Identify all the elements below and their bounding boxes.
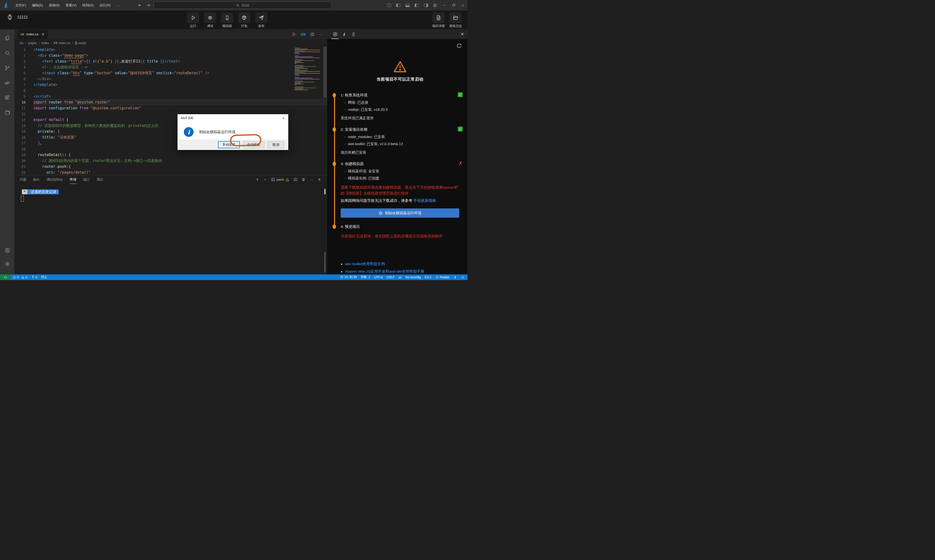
notifications-bell-icon[interactable]: [459, 274, 468, 280]
code-line-11[interactable]: import configuration from "@system.confi…: [33, 105, 327, 111]
banner-action-打包[interactable]: 打包: [238, 12, 250, 28]
status-CRLF[interactable]: CRLF: [385, 274, 397, 280]
new-terminal-icon[interactable]: [255, 177, 260, 182]
panel-tab-调试控制台[interactable]: 调试控制台: [46, 175, 63, 184]
code-line-7[interactable]: </template>: [33, 82, 327, 88]
nav-back-icon[interactable]: [138, 3, 142, 8]
status-5-5-2[interactable]: 5.5.2: [423, 274, 434, 280]
manual-update-guide-link[interactable]: 手动更新指南: [414, 198, 436, 203]
toggle-sidebar-left2-icon[interactable]: [412, 0, 421, 11]
activity-account-icon[interactable]: [2, 245, 13, 256]
toggle-sidebar-left-icon[interactable]: [394, 0, 403, 11]
nav-forward-icon[interactable]: [146, 3, 151, 8]
terminal-output[interactable]: * 还原的历史记录: [14, 184, 327, 202]
breadcrumb-pages[interactable]: pages: [28, 41, 37, 45]
refresh-icon[interactable]: [456, 43, 462, 49]
menu-item-3[interactable]: 查看(V): [63, 2, 79, 9]
stop-button[interactable]: 停止: [39, 274, 49, 280]
panel-more-icon[interactable]: ···: [309, 178, 314, 182]
tab-compass-preview[interactable]: [331, 29, 340, 39]
ports-status[interactable]: 0: [29, 274, 39, 280]
menu-item-4[interactable]: 转到(G): [80, 2, 97, 9]
breadcrumb-index.ux[interactable]: UXindex.ux: [54, 41, 70, 45]
code-line-4[interactable]: <!-- 点击跳转详情页 -->: [33, 64, 327, 70]
banner-action-发布[interactable]: 发布: [255, 12, 268, 28]
minimize-button[interactable]: [440, 0, 449, 11]
activity-project-folder-icon[interactable]: [2, 107, 13, 118]
tab-sail-app[interactable]: [340, 29, 349, 39]
editor-scrollbar[interactable]: [323, 47, 327, 98]
code-line-21[interactable]: router.push({: [33, 164, 327, 169]
ux-preview-button[interactable]: UX: [301, 32, 306, 36]
menu-item-0[interactable]: 文件(F): [13, 2, 29, 9]
activity-run-debug-icon[interactable]: [2, 77, 13, 88]
restore-button[interactable]: [449, 0, 458, 11]
help-link[interactable]: Xiaomi Vela JS应用开发和aiot-ide使用帮助手册: [345, 269, 424, 274]
split-terminal-icon[interactable]: [294, 177, 298, 182]
code-line-20[interactable]: // 跳转到应用内的某个页面，router用法详见：文档->接口->页面路由: [33, 158, 327, 164]
close-window-button[interactable]: [458, 0, 468, 11]
toggle-sidebar-right-icon[interactable]: [421, 0, 431, 11]
menu-more[interactable]: ···: [114, 2, 123, 8]
status-ux[interactable]: ux: [397, 274, 403, 280]
activity-extensions-icon[interactable]: [2, 92, 13, 103]
panel-tab-问题[interactable]: 问题: [20, 175, 26, 184]
run-file-icon[interactable]: [292, 32, 296, 37]
close-right-panel-icon[interactable]: ✕: [461, 29, 464, 39]
tab-index-ux[interactable]: UX index.ux ✕: [17, 29, 48, 39]
banner-action-系统日志[interactable]: 系统日志: [449, 12, 462, 28]
status--10-36[interactable]: 行 10, 列 36: [338, 274, 359, 280]
breadcrumb-src[interactable]: src: [20, 41, 24, 45]
panel-tab-端口[interactable]: 端口: [83, 175, 90, 184]
status-No-tsconfig[interactable]: No tsconfig: [403, 274, 423, 280]
code-line-5[interactable]: <input class="btn" type="button" value="…: [33, 70, 327, 76]
code-editor[interactable]: 12345678910111213141516171819202122 <tem…: [14, 47, 327, 175]
code-line-3[interactable]: <text class="title">{{ $t("a.b") }},欢迎打开…: [33, 58, 327, 64]
code-line-10[interactable]: import router from "@system.router": [33, 99, 327, 105]
menu-item-2[interactable]: 选择(S): [46, 2, 62, 9]
dialog-button-取消[interactable]: 取消: [268, 141, 284, 148]
banner-action-调试[interactable]: 调试: [204, 12, 216, 28]
close-panel-icon[interactable]: [317, 177, 321, 182]
banner-action-模拟器[interactable]: 模拟器: [221, 12, 233, 28]
kill-terminal-icon[interactable]: [301, 177, 306, 182]
banner-action-运行[interactable]: 运行: [187, 12, 199, 28]
activity-search-icon[interactable]: [2, 48, 13, 58]
panel-tab-输出[interactable]: 输出: [33, 175, 40, 184]
toggle-panel-split-icon[interactable]: [384, 0, 394, 11]
toggle-panel-bottom-icon[interactable]: [403, 0, 412, 11]
minimap[interactable]: [295, 48, 322, 91]
code-line-1[interactable]: <template>: [33, 47, 327, 52]
init-simulator-button[interactable]: 初始化模拟器运行环境: [341, 208, 459, 218]
breadcrumb-script[interactable]: {}script: [75, 41, 86, 45]
menu-item-1[interactable]: 编辑(E): [29, 2, 46, 9]
code-line-2[interactable]: <div class="demo-page">: [33, 52, 327, 58]
panel-tab-调试[interactable]: 调试: [97, 175, 103, 184]
dialog-button-手动安装[interactable]: 手动安装: [218, 141, 240, 148]
code-line-9[interactable]: <script>: [33, 94, 327, 99]
tab-watch-device[interactable]: [349, 29, 358, 39]
panel-scrollbar-thumb2[interactable]: [324, 252, 326, 272]
status-UTF-8[interactable]: UTF-8: [372, 274, 384, 280]
activity-settings-gear-icon[interactable]: [2, 258, 13, 269]
code-line-8[interactable]: [33, 88, 327, 94]
panel-scrollbar-thumb[interactable]: [324, 189, 326, 194]
panel-tab-终端[interactable]: 终端: [70, 175, 77, 184]
code-line-22[interactable]: uri: "/pages/detail": [33, 169, 327, 175]
dialog-close-icon[interactable]: ×: [278, 114, 288, 122]
activity-files-icon[interactable]: [2, 32, 13, 44]
split-editor-icon[interactable]: [310, 32, 315, 37]
code-content[interactable]: <template> <div class="demo-page"> <text…: [27, 47, 327, 175]
terminal-instance-pwsh[interactable]: pwsh: [271, 177, 289, 182]
command-search-input[interactable]: 11111: [154, 2, 332, 9]
prettier-status[interactable]: Prettier: [434, 274, 451, 280]
terminal-dropdown-icon[interactable]: [263, 178, 267, 182]
editor-more-icon[interactable]: ···: [319, 32, 323, 36]
status--2[interactable]: 空格: 2: [359, 274, 372, 280]
remote-indicator[interactable]: [0, 274, 11, 280]
activity-source-control-icon[interactable]: [2, 62, 13, 74]
banner-action-项目详情[interactable]: 项目详情: [432, 12, 444, 28]
customize-layout-icon[interactable]: [431, 0, 440, 11]
code-line-6[interactable]: </div>: [33, 76, 327, 82]
breadcrumb-index[interactable]: index: [42, 41, 49, 45]
